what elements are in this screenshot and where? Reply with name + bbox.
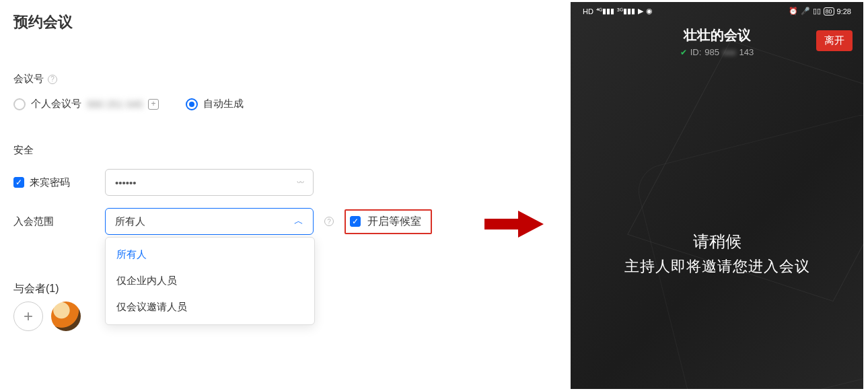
phone-status-bar: HD ⁴ᴳ▮▮▮ ³ᴳ▮▮▮ ▶ ◉ ⏰ 🎤 ▯▯ 80 9:28 <box>571 2 863 18</box>
guest-password-label-wrap[interactable]: ✓ 来宾密码 <box>13 176 94 189</box>
id-blurred: xxx <box>723 47 736 57</box>
personal-id-number-blurred: 990 251 045 <box>87 98 143 110</box>
signal-3g-icon: ³ᴳ▮▮▮ <box>617 7 635 15</box>
guest-password-label: 来宾密码 <box>30 176 70 189</box>
phone-header: 壮壮的会议 ✔ ID: 985 xxx 143 离开 <box>571 18 863 61</box>
svg-marker-0 <box>484 211 544 238</box>
id-part3: 143 <box>739 47 754 57</box>
auto-generate-radio[interactable]: 自动生成 <box>186 98 244 110</box>
signal-4g-icon: ⁴ᴳ▮▮▮ <box>596 7 614 15</box>
personal-id-radio[interactable]: 个人会议号 990 251 045 <box>13 98 159 110</box>
chevron-up-icon: ︿ <box>294 215 303 227</box>
join-scope-label: 入会范围 <box>13 215 94 228</box>
status-right-icons: ⏰ 🎤 ▯▯ 80 9:28 <box>789 7 851 15</box>
guest-password-row: ✓ 来宾密码 •••••• ᵕᵕ <box>13 169 484 196</box>
guest-password-input[interactable]: •••••• ᵕᵕ <box>105 169 314 196</box>
mobile-waiting-room-preview: HD ⁴ᴳ▮▮▮ ³ᴳ▮▮▮ ▶ ◉ ⏰ 🎤 ▯▯ 80 9:28 壮壮的会议 … <box>571 2 863 389</box>
meeting-id-section-label: 会议号 ? <box>13 73 484 85</box>
shield-icon: ✔ <box>680 48 687 57</box>
eye-closed-icon[interactable]: ᵕᵕ <box>297 176 303 189</box>
waiting-room-checkbox[interactable]: ✓ <box>350 216 361 227</box>
meeting-id-radio-group: 个人会议号 990 251 045 自动生成 <box>13 98 484 110</box>
avatar[interactable] <box>51 301 81 331</box>
join-scope-dropdown: 所有人 仅企业内人员 仅会议邀请人员 <box>105 237 315 325</box>
dropdown-item-everyone[interactable]: 所有人 <box>106 242 314 268</box>
copy-icon[interactable] <box>148 99 159 110</box>
waiting-room-label: 开启等候室 <box>367 215 421 229</box>
video-icon: ▶ <box>638 7 643 15</box>
mic-icon: 🎤 <box>801 7 810 15</box>
leave-button[interactable]: 离开 <box>816 30 853 51</box>
join-scope-row: 入会范围 所有人 ︿ 所有人 仅企业内人员 仅会议邀请人员 ? ✓ 开启等候室 <box>13 208 484 235</box>
alarm-icon: ⏰ <box>789 7 798 15</box>
waiting-message: 请稍候 主持人即将邀请您进入会议 <box>571 231 863 277</box>
waiting-room-highlight: ✓ 开启等候室 <box>345 209 432 234</box>
id-part1: 985 <box>704 47 719 57</box>
radio-checked-icon <box>186 98 198 110</box>
waiting-line1: 请稍候 <box>571 231 863 252</box>
page-title: 预约会议 <box>13 12 484 32</box>
hd-icon: HD <box>583 7 593 15</box>
schedule-meeting-panel: 预约会议 会议号 ? 个人会议号 990 251 045 自动生成 安全 ✓ 来… <box>13 12 484 331</box>
waiting-line2: 主持人即将邀请您进入会议 <box>571 256 863 277</box>
auto-generate-label: 自动生成 <box>203 98 244 110</box>
personal-id-label: 个人会议号 <box>31 98 81 110</box>
radio-unchecked-icon <box>13 98 26 110</box>
battery-icon: 80 <box>824 7 834 15</box>
add-participant-button[interactable]: + <box>13 301 43 331</box>
guest-password-checkbox[interactable]: ✓ <box>13 177 24 188</box>
person-icon: ◉ <box>646 7 653 15</box>
join-scope-select[interactable]: 所有人 ︿ 所有人 仅企业内人员 仅会议邀请人员 <box>105 208 314 235</box>
status-left-icons: HD ⁴ᴳ▮▮▮ ³ᴳ▮▮▮ ▶ ◉ <box>583 7 653 15</box>
guest-password-value: •••••• <box>115 177 137 188</box>
help-icon[interactable]: ? <box>324 217 334 226</box>
arrow-icon <box>484 207 545 241</box>
vibrate-icon: ▯▯ <box>813 7 821 15</box>
dropdown-item-enterprise[interactable]: 仅企业内人员 <box>106 268 314 294</box>
status-time: 9:28 <box>837 7 851 15</box>
dropdown-item-invited[interactable]: 仅会议邀请人员 <box>106 294 314 320</box>
security-section-label: 安全 <box>13 144 484 157</box>
meeting-id-label: 会议号 <box>13 73 44 85</box>
join-scope-selected: 所有人 <box>115 215 145 228</box>
participants-label: 与会者(1) <box>13 282 59 296</box>
id-prefix: ID: <box>690 47 702 57</box>
help-icon[interactable]: ? <box>48 75 57 84</box>
